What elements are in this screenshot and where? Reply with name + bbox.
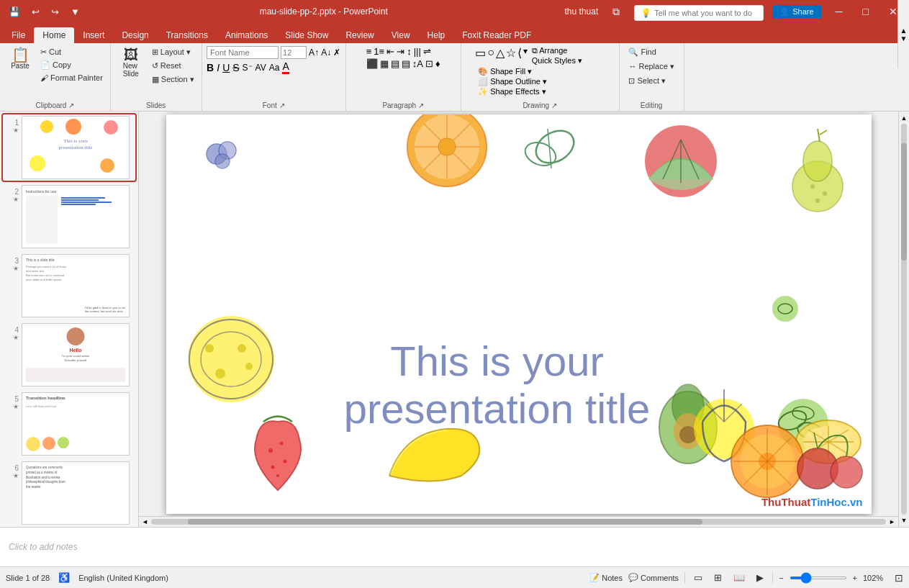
hscroll-right-button[interactable]: ► — [889, 518, 895, 525]
decrease-indent-button[interactable]: ⇤ — [386, 46, 394, 57]
slideshow-button[interactable]: ▶ — [754, 571, 766, 584]
cut-button[interactable]: ✂ Cut — [37, 46, 106, 58]
zoom-in-button[interactable]: + — [853, 574, 857, 582]
horizontal-scrollbar[interactable]: ◄ ► — [139, 516, 898, 527]
copy-button[interactable]: 📄 Copy — [37, 59, 106, 71]
bold-button[interactable]: B — [207, 62, 214, 73]
slide-canvas[interactable]: This is your presentation title ThuThuat… — [166, 114, 872, 514]
numbering-button[interactable]: 1≡ — [374, 46, 384, 57]
select-button[interactable]: ⊡ Select ▾ — [625, 75, 669, 87]
slide-item-2[interactable]: 2 ★ Instructions for use — [3, 184, 135, 250]
vscroll-down-button[interactable]: ▼ — [901, 517, 908, 524]
reading-view-button[interactable]: 📖 — [731, 571, 748, 584]
zoom-out-button[interactable]: − — [779, 574, 783, 582]
bullets-button[interactable]: ≡ — [366, 46, 372, 57]
slide-thumb-1[interactable]: This is yourpresentation title — [22, 116, 130, 179]
strikethrough-button[interactable]: S — [232, 62, 239, 73]
tab-home[interactable]: Home — [34, 27, 74, 43]
reset-button[interactable]: ↺ Reset — [149, 60, 197, 72]
slide-thumb-6[interactable]: Quotations are commonlyprinted as a mean… — [22, 461, 130, 525]
slide-thumb-3[interactable]: This is a slide title Perhaps you have a… — [22, 254, 130, 317]
arrange-button[interactable]: ⧉ Arrange — [532, 46, 582, 55]
shape-effects-button[interactable]: ✨ Shape Effects ▾ — [478, 87, 547, 96]
clear-formatting-button[interactable]: ✗ — [333, 48, 340, 58]
accessibility-icon[interactable]: ♿ — [58, 572, 70, 583]
notes-button[interactable]: 📝 Notes — [589, 573, 623, 582]
section-button[interactable]: ▦ Section ▾ — [149, 73, 197, 86]
tab-slideshow[interactable]: Slide Show — [276, 27, 337, 43]
font-size-input[interactable] — [281, 46, 307, 59]
text-shadow-button[interactable]: S⁻ — [243, 63, 253, 73]
slide-item-5[interactable]: 5 ★ Transition headline Let's talk fruit… — [3, 391, 135, 457]
font-color-button[interactable]: A — [282, 60, 289, 74]
tab-help[interactable]: Help — [419, 27, 454, 43]
align-right-button[interactable]: ▤ — [391, 58, 399, 69]
columns-button[interactable]: ||| — [414, 46, 421, 57]
format-painter-button[interactable]: 🖌 Format Painter — [37, 72, 106, 83]
slide-item-1[interactable]: 1 ★ This is yourpresentation title — [3, 114, 135, 181]
tab-review[interactable]: Review — [337, 27, 382, 43]
slide-item-6[interactable]: 6 ★ Quotations are commonlyprinted as a … — [3, 460, 135, 526]
tell-me-box[interactable]: 💡 — [634, 5, 764, 21]
italic-button[interactable]: I — [217, 62, 220, 73]
restore-down-button[interactable]: ⧉ — [607, 4, 625, 19]
convert-smartart-button[interactable]: ♦ — [435, 58, 440, 69]
ribbon-scroll-button[interactable]: ▲▼ — [897, 0, 909, 68]
minimize-button[interactable]: ─ — [830, 4, 849, 19]
canvas-scroll-area[interactable]: This is your presentation title ThuThuat… — [139, 112, 898, 516]
smart-art-button[interactable]: ⇌ — [423, 46, 431, 57]
quick-styles-button[interactable]: Quick Styles ▾ — [532, 56, 582, 65]
tab-view[interactable]: View — [383, 27, 419, 43]
maximize-button[interactable]: □ — [857, 4, 874, 19]
tab-insert[interactable]: Insert — [74, 27, 113, 43]
font-name-input[interactable] — [207, 46, 279, 59]
slide-item-3[interactable]: 3 ★ This is a slide title Perhaps you ha… — [3, 253, 135, 319]
tell-me-input[interactable] — [654, 9, 755, 17]
slide-thumb-2[interactable]: Instructions for use — [22, 185, 130, 248]
align-center-button[interactable]: ▦ — [380, 58, 389, 69]
find-button[interactable]: 🔍 Find — [625, 46, 659, 58]
decrease-font-button[interactable]: A↓ — [321, 48, 331, 58]
character-spacing-button[interactable]: AV — [255, 63, 266, 73]
tab-foxit[interactable]: Foxit Reader PDF — [453, 27, 540, 43]
increase-indent-button[interactable]: ⇥ — [397, 46, 404, 57]
vscroll-up-button[interactable]: ▲ — [901, 114, 908, 122]
slide-sorter-button[interactable]: ⊞ — [711, 571, 725, 584]
tab-file[interactable]: File — [3, 27, 34, 43]
slide-item-4[interactable]: 4 ★ Hello I'm your social media Describe… — [3, 322, 135, 388]
line-spacing-button[interactable]: ↕ — [407, 46, 412, 57]
more-shapes-button[interactable]: ▾ — [523, 46, 528, 65]
text-direction-button[interactable]: ↕A — [412, 58, 423, 69]
layout-button[interactable]: ⊞ Layout ▾ — [149, 46, 197, 58]
tab-design[interactable]: Design — [113, 27, 157, 43]
zoom-level[interactable]: 102% — [863, 574, 889, 582]
paste-button[interactable]: 📋 Paste — [4, 46, 36, 71]
shape-outline-button[interactable]: ⬜ Shape Outline ▾ — [478, 77, 547, 86]
customize-quick-access-icon[interactable]: ▼ — [68, 5, 83, 19]
align-left-button[interactable]: ⬛ — [366, 58, 378, 69]
hscroll-left-button[interactable]: ◄ — [142, 518, 148, 525]
undo-icon[interactable]: ↩ — [29, 5, 42, 19]
slide-thumb-4[interactable]: Hello I'm your social media Describe you… — [22, 323, 130, 386]
fit-to-window-button[interactable]: ⊡ — [895, 572, 903, 584]
increase-font-button[interactable]: A↑ — [309, 48, 319, 58]
replace-button[interactable]: ↔ Replace ▾ — [625, 60, 677, 73]
save-icon[interactable]: 💾 — [6, 5, 23, 19]
notes-area[interactable]: Click to add notes — [0, 527, 909, 566]
align-text-button[interactable]: ⊡ — [425, 58, 433, 69]
shape-fill-button[interactable]: 🎨 Shape Fill ▾ — [478, 67, 547, 76]
underline-button[interactable]: U — [222, 62, 230, 73]
zoom-slider[interactable] — [790, 576, 847, 579]
normal-view-button[interactable]: ▭ — [691, 571, 705, 584]
slide-thumb-5[interactable]: Transition headline Let's talk fruits an… — [22, 392, 130, 456]
vertical-scrollbar[interactable]: ▲ ▼ — [898, 112, 909, 527]
share-button[interactable]: 👤 Share — [772, 5, 820, 19]
change-case-button[interactable]: Aa — [269, 63, 280, 73]
comments-button[interactable]: 💬 Comments — [628, 573, 679, 582]
justify-button[interactable]: ▤ — [402, 58, 410, 69]
tab-transitions[interactable]: Transitions — [158, 27, 217, 43]
redo-icon[interactable]: ↪ — [48, 5, 62, 19]
slide-title[interactable]: This is your presentation title — [332, 338, 663, 433]
new-slide-button[interactable]: 🖼 NewSlide — [115, 46, 147, 86]
tab-animations[interactable]: Animations — [217, 27, 276, 43]
